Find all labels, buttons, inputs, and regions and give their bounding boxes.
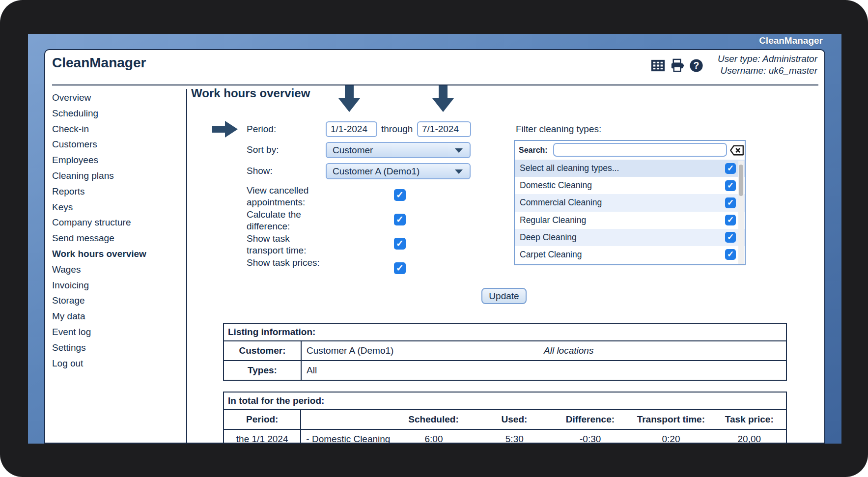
chevron-down-icon [455, 148, 463, 153]
update-button[interactable]: Update [481, 288, 527, 304]
carpet-cleaning-checkbox[interactable] [725, 249, 736, 260]
listing-all-locations-note: All locations [544, 341, 593, 360]
totals-header-difference: Difference: [551, 410, 629, 429]
totals-header-spacer [301, 410, 389, 429]
filter-row-select-all[interactable]: Select all cleaning types... [515, 160, 745, 177]
user-type-text: User type: Administrator [718, 53, 817, 65]
commercial-cleaning-checkbox[interactable] [725, 197, 736, 208]
listing-customer-cell: Customer A (Demo1) All locations [302, 341, 786, 360]
transport-time-checkbox[interactable] [394, 238, 406, 250]
sidebar-item-customers[interactable]: Customers [52, 137, 180, 152]
filter-row-label: Commercial Cleaning [520, 197, 602, 207]
filter-search-row: Search: [515, 141, 745, 161]
show-select[interactable]: Customer A (Demo1) [326, 163, 471, 179]
sidebar-item-overview[interactable]: Overview [52, 90, 180, 106]
filter-row-label: Regular Cleaning [520, 215, 586, 225]
sidebar-item-check-in[interactable]: Check-in [52, 121, 180, 137]
view-cancelled-label: View cancelled appointments: [247, 185, 328, 208]
select-all-checkbox[interactable] [725, 163, 736, 174]
sidebar-item-employees[interactable]: Employees [52, 152, 180, 168]
calculate-difference-label: Calculate the difference: [247, 209, 328, 232]
show-label: Show: [247, 166, 273, 176]
deep-cleaning-checkbox[interactable] [725, 232, 736, 243]
totals-header-row: Period: Scheduled: Used: Difference: Tra… [224, 410, 786, 429]
period-to-input[interactable] [417, 121, 471, 137]
sort-by-select[interactable]: Customer [326, 142, 471, 158]
listing-information-table: Listing information: Customer: Customer … [223, 323, 787, 381]
sidebar-item-my-data[interactable]: My data [52, 309, 180, 324]
task-prices-label: Show task prices: [247, 257, 328, 269]
through-label: through [381, 124, 413, 135]
table-row: Types: All [224, 360, 786, 380]
filter-row-carpet[interactable]: Carpet Cleaning [515, 246, 745, 263]
cleaning-type-list: Select all cleaning types... Domestic Cl… [515, 160, 745, 263]
show-value: Customer A (Demo1) [333, 166, 420, 176]
totals-row-transport: 0:20 [629, 430, 712, 444]
sidebar-item-scheduling[interactable]: Scheduling [52, 106, 180, 121]
totals-header-scheduled: Scheduled: [390, 410, 477, 429]
clear-search-icon[interactable] [729, 144, 744, 156]
window-title: CleanManager [759, 35, 823, 46]
listing-table-title: Listing information: [224, 324, 786, 341]
filter-title: Filter cleaning types: [516, 124, 601, 135]
username-text: Username: uk6_master [718, 65, 817, 77]
calculate-difference-checkbox[interactable] [394, 214, 406, 225]
period-from-input[interactable] [326, 121, 377, 137]
listing-types-label: Types: [224, 361, 302, 380]
filter-panel: Search: Select all cleaning types... Dom [514, 140, 746, 265]
filter-scrollbar[interactable] [738, 161, 744, 264]
page-title: Work hours overview [191, 86, 310, 100]
transport-time-label: Show task transport time: [247, 233, 328, 256]
sidebar-item-wages[interactable]: Wages [52, 262, 180, 278]
totals-header-transport: Transport time: [629, 410, 712, 429]
sidebar-item-send-message[interactable]: Send message [52, 230, 180, 246]
listing-customer-label: Customer: [224, 341, 302, 360]
annotation-arrow-right-icon [212, 121, 238, 138]
app-logo-title: CleanManager [52, 55, 146, 71]
sidebar-item-settings[interactable]: Settings [52, 340, 180, 356]
sidebar-item-event-log[interactable]: Event log [52, 324, 180, 340]
sidebar-item-reports[interactable]: Reports [52, 184, 180, 199]
sidebar-item-log-out[interactable]: Log out [52, 356, 180, 371]
filter-row-label: Deep Cleaning [520, 232, 577, 242]
listing-types-cell: All [302, 361, 786, 380]
sidebar-item-storage[interactable]: Storage [52, 293, 180, 309]
search-input[interactable] [553, 143, 727, 157]
filter-row-commercial[interactable]: Commercial Cleaning [515, 194, 745, 211]
filter-row-deep[interactable]: Deep Cleaning [515, 229, 745, 246]
screenshot-stage: CleanManager CleanManager [0, 0, 868, 477]
task-prices-checkbox[interactable] [394, 262, 406, 274]
table-row: Customer: Customer A (Demo1) All locatio… [224, 341, 786, 360]
totals-header-used: Used: [477, 410, 551, 429]
sidebar-item-company-structure[interactable]: Company structure [52, 215, 180, 230]
totals-row-difference: -0:30 [551, 430, 629, 444]
help-icon[interactable]: ? [689, 58, 704, 73]
filter-row-regular[interactable]: Regular Cleaning [515, 212, 745, 229]
user-info: User type: Administrator Username: uk6_m… [718, 53, 817, 76]
search-label: Search: [519, 146, 548, 155]
sidebar-item-invoicing[interactable]: Invoicing [52, 278, 180, 293]
view-cancelled-checkbox[interactable] [394, 189, 406, 201]
sidebar-item-work-hours-overview[interactable]: Work hours overview [52, 246, 180, 262]
app-panel: CleanManager [44, 49, 825, 444]
totals-row-task-price: 20,00 [713, 430, 786, 444]
chevron-down-icon [455, 169, 463, 174]
totals-header-period: Period: [224, 410, 301, 429]
sort-by-value: Customer [333, 145, 373, 155]
table-icon[interactable] [650, 58, 666, 73]
sidebar-item-keys[interactable]: Keys [52, 199, 180, 215]
sidebar-item-cleaning-plans[interactable]: Cleaning plans [52, 168, 180, 184]
annotation-arrow-down-icon [338, 85, 360, 112]
sort-by-label: Sort by: [247, 144, 279, 155]
filter-scrollbar-thumb[interactable] [739, 165, 743, 196]
svg-text:?: ? [694, 60, 700, 71]
regular-cleaning-checkbox[interactable] [725, 215, 736, 225]
sidebar-nav: Overview Scheduling Check-in Customers E… [52, 90, 180, 371]
filter-row-domestic[interactable]: Domestic Cleaning [515, 177, 745, 194]
sidebar-divider [186, 89, 187, 444]
totals-table-title: In total for the period: [224, 393, 786, 410]
domestic-cleaning-checkbox[interactable] [725, 180, 736, 191]
totals-row-scheduled: 6:00 [390, 430, 477, 444]
header-toolbar: ? [650, 58, 704, 73]
print-icon[interactable] [670, 58, 685, 73]
